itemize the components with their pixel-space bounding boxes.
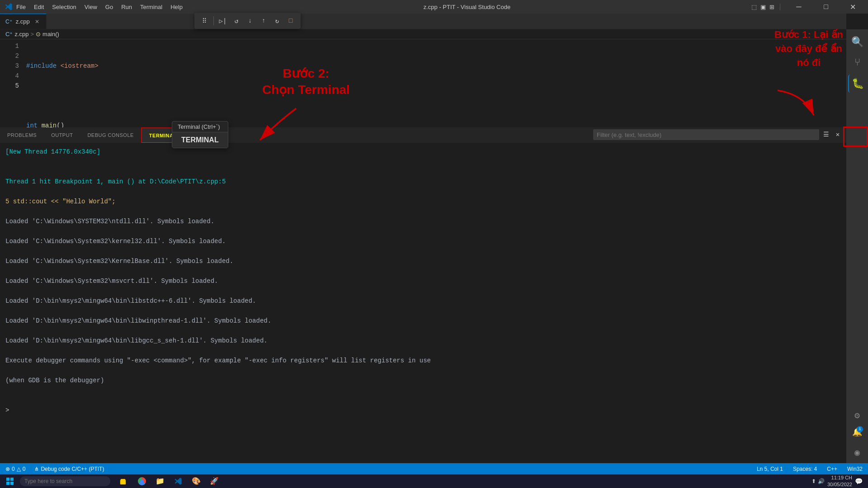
status-warnings: 0 [23,466,26,472]
activity-source-control-icon[interactable]: ⑂ [848,54,866,72]
minimize-button[interactable]: ─ [788,0,809,14]
debug-step-out-button[interactable]: ↑ [257,14,270,27]
debug-restart-button[interactable]: ↻ [271,14,283,27]
taskbar-app-vscode[interactable] [170,475,186,488]
notification-badge[interactable]: 🔔 1 [852,427,862,437]
tab-problems[interactable]: PROBLEMS [0,127,44,143]
taskbar-icons-group: ⬆ 🔊 [811,478,825,484]
app1-icon: 🎨 [192,477,201,486]
term-line-10: Loaded 'D:\bin\msys2\mingw64\bin\libwinp… [5,316,841,326]
taskbar-app-files[interactable]: 📁 [152,475,168,488]
tooltip-header: Terminal (Ctrl+`) [172,122,228,132]
line-num-5: 5 [4,81,19,91]
split-editor-icon[interactable]: ⬚ [751,4,757,10]
term-line-12: Execute debugger commands using "-exec <… [5,356,841,366]
breadcrumb-icon: C⁺ [5,31,13,38]
taskbar-app-extra1[interactable]: 🎨 [188,475,204,488]
activity-settings-icon[interactable]: ⚙ [848,406,866,424]
taskbar-app-browser[interactable] [134,475,150,488]
close-button[interactable]: ✕ [843,0,863,14]
panel-tabs: PROBLEMS OUTPUT DEBUG CONSOLE TERMINAL ☰… [0,127,846,143]
menu-edit[interactable]: Edit [34,4,44,10]
tab-output[interactable]: OUTPUT [44,127,80,143]
menu-run[interactable]: Run [121,4,132,10]
breadcrumb: C⁺ z.cpp > ⊙ main() [0,29,846,39]
taskbar-right: ⬆ 🔊 11:19 CH 30/05/2022 💬 [811,474,866,488]
activity-search-icon[interactable]: 🔍 [848,33,866,51]
start-button[interactable] [2,474,18,488]
debug-continue-button[interactable]: ▷| [217,14,229,27]
debug-step-over-button[interactable]: ↺ [230,14,243,27]
tab-debug-console[interactable]: DEBUG CONSOLE [80,127,141,143]
menu-view[interactable]: View [85,4,97,10]
menu-selection[interactable]: Selection [52,4,76,10]
taskbar-search-input[interactable] [20,476,110,486]
line-num-1: 1 [4,41,19,51]
menu-help[interactable]: Help [170,4,183,10]
taskbar-app-extra2[interactable]: 🚀 [206,475,222,488]
term-prompt: > [5,405,841,415]
code-editor[interactable]: #include <iostream> int main() { ▶ std::… [23,39,846,127]
toolbar-separator [213,16,214,25]
status-position[interactable]: Ln 5, Col 1 [755,466,785,472]
menu-file[interactable]: File [16,4,26,10]
tab-bar: C⁺ z.cpp ✕ ⠿ ▷| ↺ ↓ ↑ ↻ □ [0,14,846,29]
tooltip-terminal-label[interactable]: TERMINAL [172,132,228,148]
status-bar: ⊗ 0 △ 0 ⋔ Debug code C/C++ (PTIT) Ln 5, … [0,463,868,474]
menu-terminal[interactable]: Terminal [140,4,162,10]
term-line-9: Loaded 'D:\bin\msys2\mingw64\bin\libstdc… [5,296,841,306]
line-num-3: 3 [4,61,19,71]
breadcrumb-icon2: ⊙ [36,31,41,38]
windows-logo-icon [6,478,14,485]
menu-go[interactable]: Go [105,4,113,10]
filter-input[interactable] [593,129,819,140]
panel-icon-group: ☰ ✕ [821,129,843,139]
maximize-button[interactable]: □ [816,0,836,14]
code-line-3: int main() [26,121,846,127]
tab-close-button[interactable]: ✕ [33,18,41,25]
term-line-7: Loaded 'C:\Windows\System32\KernelBase.d… [5,256,841,266]
explorer-icon [120,477,128,485]
sidebar-icon[interactable]: ▣ [760,4,766,10]
panel-close-icon[interactable]: ✕ [833,129,843,139]
title-bar: File Edit Selection View Go Run Terminal… [0,0,868,14]
layout-icon[interactable]: ⊞ [769,4,774,10]
activity-account-icon[interactable]: ◉ [848,443,866,461]
tab-file-icon: C⁺ [5,19,12,25]
breadcrumb-file[interactable]: z.cpp [14,31,28,38]
debug-stop-button[interactable]: □ [284,14,297,27]
term-line-13: (when GDB is the debugger) [5,375,841,385]
status-branch[interactable]: ⋔ Debug code C/C++ (PTIT) [33,466,106,472]
svg-rect-3 [10,478,14,481]
panel-menu-icon[interactable]: ☰ [821,129,831,139]
term-line-5: Loaded 'C:\Windows\SYSTEM32\ntdll.dll'. … [5,216,841,226]
tab-zcpp[interactable]: C⁺ z.cpp ✕ [0,14,47,29]
notification-icon[interactable]: 💬 [855,478,863,485]
debug-dots-icon[interactable]: ⠿ [198,14,211,27]
terminal-content[interactable]: [New Thread 14776.0x340c] Thread 1 hit B… [0,143,846,463]
activity-debug-icon[interactable]: 🐛 [848,75,866,93]
window-controls: ⬚ ▣ ⊞ ─ □ ✕ [751,0,863,14]
title-bar-left: File Edit Selection View Go Run Terminal… [5,3,183,11]
status-debug-icon[interactable]: ⊗ 0 △ 0 [4,466,27,472]
term-line-1: [New Thread 14776.0x340c] [5,147,841,157]
branch-icon: ⋔ [34,466,39,472]
breadcrumb-separator: > [30,31,34,38]
status-spaces[interactable]: Spaces: 4 [791,466,819,472]
taskbar-time[interactable]: 11:19 CH 30/05/2022 [827,474,852,488]
line-numbers: 1 2 3 4 5 [0,39,23,127]
svg-rect-7 [120,480,126,484]
status-language[interactable]: C++ [825,466,839,472]
taskbar-app-explorer[interactable] [116,475,132,488]
debug-step-into-button[interactable]: ↓ [244,14,256,27]
notification-count: 1 [857,426,863,432]
breadcrumb-func[interactable]: main() [42,31,59,38]
term-line-6: Loaded 'C:\Windows\System32\kernel32.dll… [5,236,841,246]
chrome-icon [138,477,146,485]
arrow-buoc1 [769,86,823,124]
menu-bar: File Edit Selection View Go Run Terminal… [16,4,183,10]
line-num-4: 4 [4,71,19,81]
window-title: z.cpp - PTIT - Visual Studio Code [424,4,510,10]
status-platform[interactable]: Win32 [845,466,864,472]
code-line-2 [26,91,846,101]
